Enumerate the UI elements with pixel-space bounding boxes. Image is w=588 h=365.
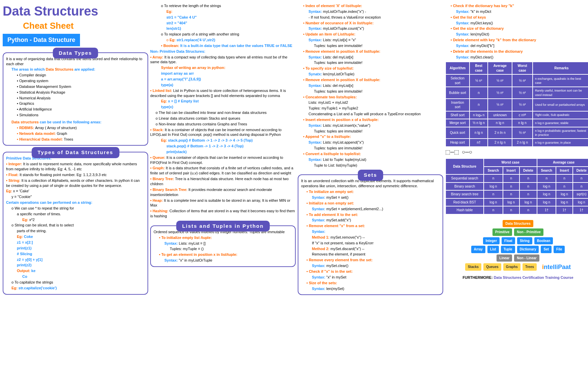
table-cell: n xyxy=(519,206,537,214)
table-cell: ½ n² xyxy=(470,74,488,87)
table-cell: 2 n lg n xyxy=(488,139,512,147)
body-text: Tuples: tuples are immutable! xyxy=(298,60,443,65)
brand-logo: intelliPaat xyxy=(542,263,571,271)
code-example: Syntax: len(mySet) xyxy=(301,286,440,291)
code-example: len(str1) xyxy=(150,26,296,31)
table-row: Heap sortn†2 n lg n2 n lg nn log n guara… xyxy=(446,139,588,147)
table-cell: n xyxy=(484,190,503,198)
tree-node: Array xyxy=(471,246,485,253)
code-example: Method 2: mySet.discard("x") -- xyxy=(301,246,440,251)
list-item: Network data model: Graph xyxy=(6,131,145,136)
subheading: To get an element in position x in list/… xyxy=(154,252,292,257)
table-cell: log n xyxy=(519,198,537,206)
table-cell: 1† xyxy=(537,206,556,214)
table-row: Bubble sortn½ n²½ n²Rarely useful, Inser… xyxy=(446,87,588,98)
tree-node: Primitive xyxy=(492,228,512,236)
table-cell: log n xyxy=(484,182,503,191)
body-text: Tuples: tuples are immutable! xyxy=(298,43,443,48)
list-item: Stack: It is a container of objects that… xyxy=(150,127,296,138)
table-cell: n lg n xyxy=(470,127,488,139)
list-item: Float: It stands for floating point numb… xyxy=(6,172,145,177)
types-ds-heading: Types of Data Structures xyxy=(31,147,119,158)
types-ds-section: Types of Data Structures Primitive Data … xyxy=(3,152,148,294)
table-cell: n log n probabilistic guarantee; fastest… xyxy=(533,127,588,139)
table-header: Remarks xyxy=(533,62,588,74)
table-cell: Hash table xyxy=(446,206,484,214)
code-example: Eg: Coke xyxy=(6,234,145,239)
code-example: Syntax: myDict.keys() xyxy=(445,21,588,26)
tree-node: List xyxy=(487,246,499,253)
subheading: Delete all the elements in the dictionar… xyxy=(445,49,588,54)
list-item: To replace parts of a string with anothe… xyxy=(150,32,296,37)
table-cell: Shell sort xyxy=(446,111,470,119)
footer-label: FURTHERMORE: xyxy=(462,275,492,279)
list-item: Hashing: Collection of items that are st… xyxy=(150,209,296,219)
code-example: Syntax: mySet = set(element1,element2...… xyxy=(301,206,440,212)
tree-node: Boolean xyxy=(534,237,553,245)
code-example: Syntax: Lists: myList[x] = "x" xyxy=(298,38,443,43)
table-cell: log n xyxy=(484,198,503,206)
table-row: Binary search treennnlog nlog nsqrt(n) xyxy=(446,190,588,198)
column-1: Data Structures Cheat Sheet Python - Dat… xyxy=(3,3,148,295)
table-cell: n xyxy=(573,174,588,182)
tree-root: Data Structures xyxy=(503,220,533,227)
code-example: str2 = "404" xyxy=(150,21,296,26)
table-cell: n lg n xyxy=(512,119,533,127)
code-example: Syntax: mySet.clear() xyxy=(301,263,440,268)
table-header: Average case xyxy=(537,159,588,167)
table-cell: Heap sort xyxy=(446,139,470,147)
subheading: Check if "x" is in the set: xyxy=(301,269,440,274)
code-example: Syntax: Lists: del myList[x] xyxy=(298,55,443,60)
code-example: Syntax: "x" in myListOrTuple xyxy=(154,258,292,263)
table-cell: ½ n² xyxy=(488,74,512,87)
tree-node: Trees xyxy=(523,263,537,271)
column-4: Check if the dictionary has key "k" Synt… xyxy=(445,3,588,295)
code-example: Lists: myList1 + myList2 xyxy=(298,100,443,105)
table-cell: ½ n² xyxy=(512,87,533,98)
code-example: Syntax: "x" in mySet xyxy=(301,275,440,280)
table-header: Algorithm xyxy=(446,62,470,74)
body-text: a specific number of times. xyxy=(6,212,145,217)
code-example: Tuples: myTuple1 + myTuple2 xyxy=(298,106,443,111)
sub-title: Cheat Sheet xyxy=(23,20,148,32)
column-2: To retrieve the length of the strings Eg… xyxy=(150,3,296,295)
header: Data Structures Cheat Sheet Python - Dat… xyxy=(3,3,148,46)
tree-node: File xyxy=(554,246,565,253)
list-item: Array: It is a compact way of collecting… xyxy=(150,55,296,65)
body-text: Tuples: tuples are immutable! xyxy=(298,146,443,151)
subheading: Remove element in position X of list/tup… xyxy=(298,49,443,54)
tree-node: Non - Linear xyxy=(514,254,539,262)
table-cell: sqrt(n) xyxy=(573,190,588,198)
code-example: print(z2) xyxy=(6,263,145,268)
code-example: print(stack) xyxy=(150,149,296,154)
table-cell: log n xyxy=(556,198,572,206)
subheading: Get the list of keys xyxy=(445,15,588,20)
table-cell: n xyxy=(503,182,519,191)
code-example: Tuple to List: list(myTuple) xyxy=(298,163,443,168)
list-item: String: It is a collection of Alphabets,… xyxy=(6,178,145,188)
body-text: Concatenating a List and a Tuple will pr… xyxy=(298,112,443,117)
table-cell: n log n guarantee; stable xyxy=(533,119,588,127)
table-header: Search xyxy=(537,167,556,175)
code-example: Syntax: Lists: myList = [] xyxy=(154,241,292,246)
list-item: Queue: It is a container of objects that… xyxy=(150,155,296,165)
subheading: Check if the dictionary has key "k" xyxy=(445,3,588,8)
table-row: Shell sortn log₃ nunknownc n³⁄²Tight cod… xyxy=(446,111,588,119)
table-cell: ½ n² xyxy=(488,87,512,98)
table-header: Average case xyxy=(488,62,512,74)
footer-link[interactable]: Data Structures Certification Training C… xyxy=(494,275,573,279)
body-text: parts of the string. xyxy=(6,228,145,234)
table-cell: Rarely useful, Insertion sort can be use… xyxy=(533,87,588,98)
table-cell: n xyxy=(503,206,519,214)
list-item: The list can be classified into linear a… xyxy=(150,110,296,115)
table-cell: n xyxy=(519,182,537,191)
table-cell: n xyxy=(503,174,519,182)
table-cell: Binary search xyxy=(446,182,484,191)
table-cell: Red-black BST xyxy=(446,198,484,206)
table-cell: Selection sort xyxy=(446,74,470,87)
subheading: Number of occurance of X in list/tuple: xyxy=(298,21,443,26)
list-item: Linked list: List in Python is used to s… xyxy=(150,88,296,98)
list-item: Graph: It is a data structure that consi… xyxy=(150,166,296,176)
list-item: Linear data structures contain Stacks an… xyxy=(150,116,296,121)
code-output: Co xyxy=(6,274,145,279)
